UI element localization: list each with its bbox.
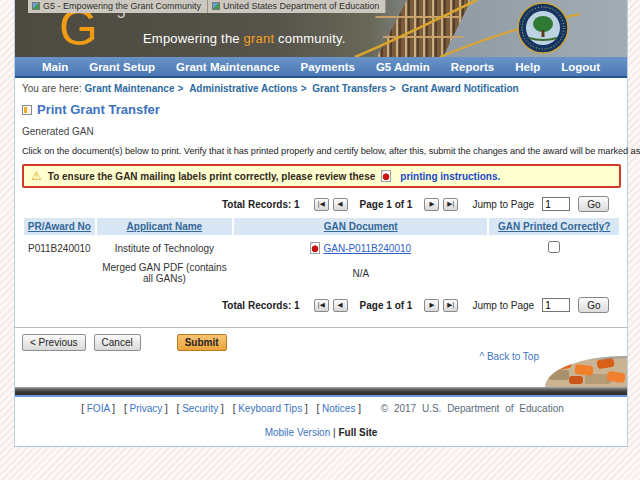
tab-us-dept-education[interactable]: United States Department of Education xyxy=(208,0,386,13)
jump-to-page-input[interactable] xyxy=(542,298,570,312)
gan-table: PR/Award No Applicant Name GAN Document … xyxy=(22,218,621,289)
pdf-icon xyxy=(381,170,391,182)
notices-link[interactable]: Notices xyxy=(322,403,355,414)
form-icon xyxy=(22,105,32,115)
nav-reports[interactable]: Reports xyxy=(451,61,494,73)
award-no-cell: P011B240010 xyxy=(24,235,95,259)
gan-document-link[interactable]: GAN-P011B240010 xyxy=(323,243,411,254)
previous-button[interactable]: < Previous xyxy=(22,334,86,351)
full-site-label: Full Site xyxy=(338,427,377,438)
breadcrumb: You are here: Grant Maintenance> Adminis… xyxy=(15,78,627,97)
breadcrumb-administrative-actions[interactable]: Administrative Actions xyxy=(189,83,298,94)
warning-banner: ⚠ To ensure the GAN mailing labels print… xyxy=(22,164,621,188)
go-button[interactable]: Go xyxy=(578,196,609,212)
tagline: Empowering the grant community. xyxy=(143,31,346,46)
jump-to-page-input[interactable] xyxy=(542,197,570,211)
classroom-chairs-image xyxy=(545,356,627,387)
page-title-text: Print Grant Transfer xyxy=(37,102,160,117)
column-gan-printed-correctly[interactable]: GAN Printed Correctly? xyxy=(489,218,619,235)
jump-to-page-label: Jump to Page xyxy=(472,300,534,311)
last-page-button[interactable]: ▶| xyxy=(443,198,458,211)
warning-text: To ensure the GAN mailing labels print c… xyxy=(48,171,376,182)
nav-help[interactable]: Help xyxy=(515,61,540,73)
security-link[interactable]: Security xyxy=(182,403,218,414)
back-to-top-link[interactable]: ^ Back to Top xyxy=(479,351,539,362)
gan-printed-cell xyxy=(489,235,619,259)
main-navigation: Main Grant Setup Grant Maintenance Payme… xyxy=(15,57,627,78)
submit-button[interactable]: Submit xyxy=(177,334,227,351)
pager-top: Total Records: 1 |◀ ◀ Page 1 of 1 ▶ ▶| J… xyxy=(222,196,621,212)
breadcrumb-grant-maintenance[interactable]: Grant Maintenance xyxy=(84,83,174,94)
main-content: Print Grant Transfer Generated GAN Click… xyxy=(15,102,627,351)
page-count-label: Page 1 of 1 xyxy=(360,300,413,311)
breadcrumb-prefix: You are here: xyxy=(22,83,82,94)
footer-links: [ FOIA ] [ Privacy ] [ Security ] [ Keyb… xyxy=(15,403,627,414)
next-page-button[interactable]: ▶ xyxy=(424,198,439,211)
printing-instructions-link[interactable]: printing instructions. xyxy=(400,171,500,182)
footer-mobile-toggle: Mobile Version | Full Site xyxy=(15,427,627,438)
nav-grant-maintenance[interactable]: Grant Maintenance xyxy=(176,61,280,73)
window-tabs: G5 - Empowering the Grant Community Unit… xyxy=(28,0,386,13)
warning-icon: ⚠ xyxy=(31,170,42,182)
pdf-icon xyxy=(310,242,320,254)
department-of-education-seal xyxy=(518,3,568,53)
total-records-label: Total Records: 1 xyxy=(222,199,300,210)
jump-to-page-label: Jump to Page xyxy=(472,199,534,210)
ed-favicon xyxy=(212,2,220,10)
nav-logout[interactable]: Logout xyxy=(561,61,600,73)
nav-grant-setup[interactable]: Grant Setup xyxy=(89,61,155,73)
breadcrumb-grant-transfers[interactable]: Grant Transfers xyxy=(312,83,386,94)
cancel-button[interactable]: Cancel xyxy=(94,334,141,351)
tab-ed-label: United States Department of Education xyxy=(223,1,379,11)
generated-gan-label: Generated GAN xyxy=(22,126,621,137)
privacy-link[interactable]: Privacy xyxy=(129,403,162,414)
g5-application-page: G5 - Empowering the Grant Community Unit… xyxy=(14,0,628,447)
previous-page-button[interactable]: ◀ xyxy=(333,299,348,312)
nav-main[interactable]: Main xyxy=(42,61,68,73)
empty-cell xyxy=(489,259,619,289)
table-row: P011B240010 Institute of Technology GAN-… xyxy=(24,235,619,259)
column-applicant-name[interactable]: Applicant Name xyxy=(97,218,232,235)
copyright-text: © 2017 U.S. Department of Education xyxy=(381,403,564,414)
action-buttons: < Previous Cancel Submit xyxy=(22,334,621,351)
keyboard-tips-link[interactable]: Keyboard Tips xyxy=(238,403,302,414)
award-no-cell xyxy=(24,259,95,289)
first-page-button[interactable]: |◀ xyxy=(314,198,329,211)
column-pr-award-no[interactable]: PR/Award No xyxy=(24,218,95,235)
merged-gan-document-cell: N/A xyxy=(234,259,487,289)
breadcrumb-grant-award-notification[interactable]: Grant Award Notification xyxy=(401,83,518,94)
merged-gan-label-cell: Merged GAN PDF (contains all GANs) xyxy=(97,259,232,289)
section-divider xyxy=(15,327,627,328)
previous-page-button[interactable]: ◀ xyxy=(333,198,348,211)
page-title: Print Grant Transfer xyxy=(22,102,621,117)
first-page-button[interactable]: |◀ xyxy=(314,299,329,312)
foia-link[interactable]: FOIA xyxy=(87,403,110,414)
footer-divider-bar xyxy=(15,387,627,397)
gan-document-cell: GAN-P011B240010 xyxy=(234,235,487,259)
tab-g5-community[interactable]: G5 - Empowering the Grant Community xyxy=(28,0,208,13)
go-button[interactable]: Go xyxy=(578,297,609,313)
table-row: Merged GAN PDF (contains all GANs) N/A xyxy=(24,259,619,289)
table-header-row: PR/Award No Applicant Name GAN Document … xyxy=(24,218,619,235)
last-page-button[interactable]: ▶| xyxy=(443,299,458,312)
bookshelf-image xyxy=(377,0,471,57)
print-instructions-text: Click on the document(s) below to print.… xyxy=(22,146,621,156)
total-records-label: Total Records: 1 xyxy=(222,300,300,311)
next-page-button[interactable]: ▶ xyxy=(424,299,439,312)
applicant-name-cell: Institute of Technology xyxy=(97,235,232,259)
page-count-label: Page 1 of 1 xyxy=(360,199,413,210)
nav-g5-admin[interactable]: G5 Admin xyxy=(376,61,430,73)
pager-bottom: Total Records: 1 |◀ ◀ Page 1 of 1 ▶ ▶| J… xyxy=(222,297,621,313)
tab-g5-label: G5 - Empowering the Grant Community xyxy=(43,1,201,11)
g5-favicon xyxy=(32,2,40,10)
masthead-banner: G5 - Empowering the Grant Community Unit… xyxy=(15,0,627,57)
column-gan-document[interactable]: GAN Document xyxy=(234,218,487,235)
gan-printed-checkbox[interactable] xyxy=(548,241,560,253)
nav-payments[interactable]: Payments xyxy=(301,61,355,73)
mobile-version-link[interactable]: Mobile Version xyxy=(265,427,331,438)
